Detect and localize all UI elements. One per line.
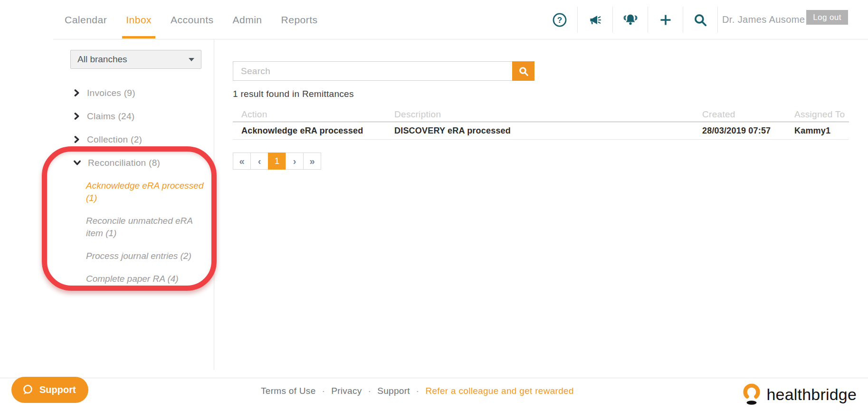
main-content: 1 result found in Remittances Action Des… bbox=[233, 39, 849, 170]
tree-item-reconciliation[interactable]: Reconciliation (8) bbox=[74, 151, 207, 174]
inbox-tree: Invoices (9) Claims (24) Collection (2) … bbox=[74, 81, 207, 296]
pagination: « ‹ 1 › » bbox=[233, 153, 849, 170]
separator-dot: · bbox=[322, 386, 325, 396]
main-nav: Calendar Inbox Accounts Admin Reports bbox=[65, 0, 318, 39]
pagination-last-button[interactable]: » bbox=[303, 153, 321, 170]
tree-item-claims[interactable]: Claims (24) bbox=[74, 105, 207, 128]
nav-item-inbox[interactable]: Inbox bbox=[126, 0, 152, 39]
header-icon-bar: ? bbox=[542, 7, 718, 33]
tree-subitem-process-journal[interactable]: Process journal entries (2) bbox=[86, 250, 209, 262]
footer-links: Terms of Use · Privacy · Support · Refer… bbox=[261, 378, 574, 404]
separator-dot: · bbox=[416, 386, 420, 396]
support-button-label: Support bbox=[39, 384, 76, 395]
nav-item-accounts[interactable]: Accounts bbox=[171, 0, 213, 39]
tree-item-invoices[interactable]: Invoices (9) bbox=[74, 81, 207, 105]
megaphone-icon[interactable] bbox=[577, 7, 612, 33]
pagination-first-button[interactable]: « bbox=[233, 153, 251, 170]
footer-link-refer[interactable]: Refer a colleague and get rewarded bbox=[425, 386, 573, 396]
chevron-right-icon bbox=[74, 89, 80, 96]
cell-assigned-to: Kammy1 bbox=[794, 126, 849, 136]
pagination-next-button[interactable]: › bbox=[286, 153, 304, 170]
tree-subitem-reconcile-unmatched[interactable]: Reconcile unmatched eRA item (1) bbox=[86, 215, 209, 239]
sidebar: All branches Invoices (9) Claims (24) Co… bbox=[0, 39, 214, 370]
nav-item-reports[interactable]: Reports bbox=[281, 0, 318, 39]
nav-item-admin[interactable]: Admin bbox=[233, 0, 262, 39]
cell-action: Acknowledge eRA processed bbox=[233, 126, 394, 136]
search-button[interactable] bbox=[512, 61, 534, 81]
chevron-down-icon bbox=[74, 160, 81, 166]
tree-subitem-complete-paper-ra[interactable]: Complete paper RA (4) bbox=[86, 273, 209, 285]
pagination-page-1-button[interactable]: 1 bbox=[268, 153, 286, 170]
cell-created: 28/03/2019 07:57 bbox=[702, 126, 794, 136]
tree-item-label: Reconciliation (8) bbox=[88, 158, 160, 168]
plus-icon[interactable] bbox=[648, 7, 683, 33]
result-summary: 1 result found in Remittances bbox=[233, 89, 849, 99]
chevron-down-icon bbox=[189, 58, 194, 61]
tree-subitem-acknowledge-era[interactable]: Acknowledge eRA processed (1) bbox=[86, 180, 209, 204]
healthbridge-logo-icon bbox=[741, 382, 763, 406]
search-bar bbox=[233, 61, 849, 81]
svg-text:?: ? bbox=[557, 16, 562, 25]
branch-filter-value: All branches bbox=[77, 54, 127, 65]
tree-item-label: Collection (2) bbox=[87, 134, 142, 145]
results-table: Action Description Created Assigned To A… bbox=[233, 107, 849, 140]
bell-icon[interactable] bbox=[612, 7, 648, 33]
column-header-description: Description bbox=[394, 109, 702, 120]
branch-filter-select[interactable]: All branches bbox=[70, 50, 201, 69]
column-header-assigned-to: Assigned To bbox=[794, 109, 849, 120]
support-button[interactable]: Support bbox=[11, 377, 88, 403]
cell-description: DISCOVERY eRA processed bbox=[394, 126, 702, 136]
table-row[interactable]: Acknowledge eRA processed DISCOVERY eRA … bbox=[233, 122, 849, 140]
nav-item-calendar[interactable]: Calendar bbox=[65, 0, 107, 39]
search-icon bbox=[518, 66, 529, 76]
tree-item-label: Invoices (9) bbox=[87, 88, 135, 98]
tree-item-label: Claims (24) bbox=[87, 111, 134, 122]
logout-button[interactable]: Log out bbox=[806, 10, 848, 25]
chat-bubble-icon bbox=[21, 383, 34, 397]
reconciliation-sub-list: Acknowledge eRA processed (1) Reconcile … bbox=[86, 180, 209, 285]
footer-link-privacy[interactable]: Privacy bbox=[331, 386, 362, 396]
help-icon[interactable]: ? bbox=[542, 7, 577, 33]
tree-item-collection[interactable]: Collection (2) bbox=[74, 128, 207, 151]
user-name: Dr. James Ausome bbox=[722, 0, 805, 39]
footer: Support Terms of Use · Privacy · Support… bbox=[0, 378, 868, 411]
header: Calendar Inbox Accounts Admin Reports ? … bbox=[0, 0, 868, 39]
footer-link-support[interactable]: Support bbox=[377, 386, 410, 396]
footer-link-terms[interactable]: Terms of Use bbox=[261, 386, 316, 396]
healthbridge-logo: healthbridge bbox=[741, 382, 857, 406]
column-header-action: Action bbox=[233, 109, 394, 120]
column-header-created: Created bbox=[702, 109, 794, 120]
separator-dot: · bbox=[368, 386, 372, 396]
table-header-row: Action Description Created Assigned To bbox=[233, 107, 849, 122]
search-icon[interactable] bbox=[683, 7, 718, 33]
pagination-prev-button[interactable]: ‹ bbox=[250, 153, 268, 170]
search-input[interactable] bbox=[233, 61, 512, 81]
chevron-right-icon bbox=[74, 136, 80, 143]
chevron-right-icon bbox=[74, 113, 80, 120]
healthbridge-logo-text: healthbridge bbox=[766, 385, 857, 404]
